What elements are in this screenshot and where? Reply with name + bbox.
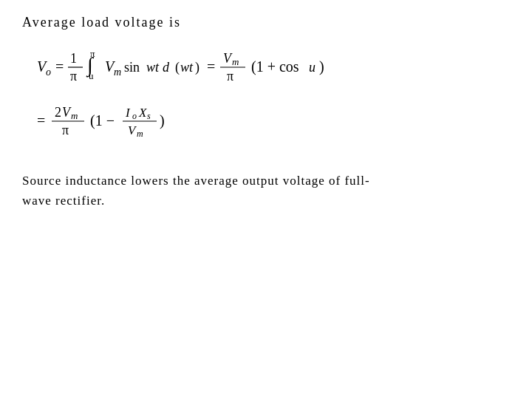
svg-text:(: ( xyxy=(175,60,180,75)
svg-text:(1 + cos: (1 + cos xyxy=(251,58,299,75)
description-block: Source inductance lowers the average out… xyxy=(22,171,510,211)
svg-text:π: π xyxy=(70,69,77,83)
svg-text:s: s xyxy=(147,111,151,121)
svg-text:π: π xyxy=(62,123,69,137)
svg-text:m: m xyxy=(71,110,78,121)
svg-text:u: u xyxy=(309,60,316,75)
svg-text:2: 2 xyxy=(55,105,61,120)
svg-text:=: = xyxy=(207,58,215,75)
svg-text:m: m xyxy=(137,129,143,139)
page-title: Average load voltage is xyxy=(22,15,510,30)
page-container: Average load voltage is V o = 1 π u ∫ π … xyxy=(0,0,532,399)
svg-text:=: = xyxy=(37,112,45,129)
equation-1: V o = 1 π u ∫ π V m sin wt d ( wt ) xyxy=(30,44,510,95)
svg-text:π: π xyxy=(227,69,233,83)
svg-text:π: π xyxy=(90,48,95,59)
svg-text:1: 1 xyxy=(70,51,77,66)
svg-text:(1 −: (1 − xyxy=(90,112,115,129)
description-line1: Source inductance lowers the average out… xyxy=(22,171,510,191)
description-line2: wave rectifier. xyxy=(22,191,510,211)
svg-text:I: I xyxy=(125,106,131,120)
svg-text:wt: wt xyxy=(146,60,160,75)
svg-text:o: o xyxy=(132,111,137,121)
svg-text:): ) xyxy=(160,112,165,129)
svg-text:=: = xyxy=(55,58,64,75)
svg-text:sin: sin xyxy=(124,60,140,75)
svg-text:m: m xyxy=(232,56,239,67)
svg-text:d: d xyxy=(163,60,170,75)
svg-text:o: o xyxy=(46,66,51,78)
svg-text:): ) xyxy=(319,58,324,75)
equation-2: = 2 V m π (1 − I o X s V m xyxy=(30,98,510,149)
svg-text:m: m xyxy=(114,66,121,78)
svg-text:X: X xyxy=(138,106,147,120)
svg-text:): ) xyxy=(195,60,200,75)
equation-block: V o = 1 π u ∫ π V m sin wt d ( wt ) xyxy=(30,44,510,149)
svg-text:wt: wt xyxy=(180,60,194,75)
